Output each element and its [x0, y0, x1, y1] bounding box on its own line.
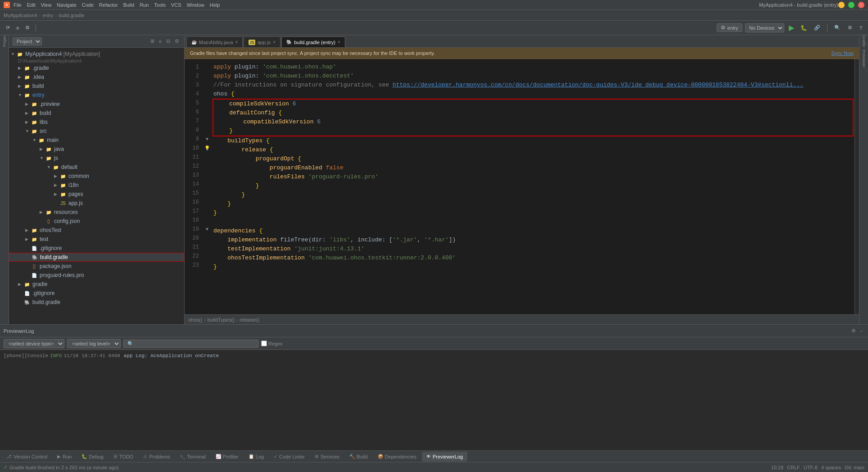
tree-gradle-folder[interactable]: ▶ 📁 gradle [9, 280, 184, 289]
tab-dependencies[interactable]: 📦 Dependencies [373, 452, 421, 462]
tab-previewer-log[interactable]: 👁 PreviewerLog [422, 452, 467, 462]
menu-help[interactable]: Help [210, 2, 220, 8]
tree-preview[interactable]: ▶ 📁 .preview [9, 100, 184, 109]
tree-gradle-root[interactable]: ▶ 📁 .gradle [9, 64, 184, 73]
log-search-input[interactable] [123, 340, 258, 348]
status-encoding[interactable]: UTF-8 [804, 465, 818, 470]
code-content[interactable]: apply plugin: 'com.huawei.ohos.hap' appl… [212, 59, 854, 314]
tab-problems[interactable]: ⚠ Problems [139, 452, 174, 462]
tab-appjs[interactable]: JS app.js × [244, 36, 280, 47]
right-strip: Gradle Previewer [859, 35, 868, 324]
tree-appjs[interactable]: ▶ JS app.js [9, 199, 184, 208]
menu-bar: File Edit View Navigate Code Refactor Bu… [14, 2, 759, 8]
right-scrollbar[interactable] [854, 59, 859, 314]
sync-now-button[interactable]: Sync Now [831, 50, 854, 56]
tab-mainability-close[interactable]: × [235, 40, 238, 45]
tree-ohostest[interactable]: ▶ 📁 ohosTest [9, 226, 184, 235]
collapse-btn[interactable]: ≡ [14, 24, 21, 32]
tab-terminal[interactable]: >_ Terminal [176, 452, 210, 462]
panel-tool-1[interactable]: ⊞ [149, 38, 156, 45]
panel-tool-3[interactable]: ⊟ [165, 38, 172, 45]
tree-build-gradle-root[interactable]: ▶ 🐘 build.gradle [9, 298, 184, 307]
code-editor[interactable]: 1 2 3 4 5 6 7 8 9 10 11 12 13 14 15 16 1… [185, 59, 859, 314]
project-icon[interactable]: Project [1, 37, 8, 44]
debug-button[interactable]: 🐛 [799, 24, 809, 32]
log-settings-btn[interactable]: ⚙ [850, 327, 857, 334]
tab-debug[interactable]: 🐛 Debug [77, 452, 108, 462]
settings-btn[interactable]: ⚙ [23, 23, 32, 32]
log-level-dropdown[interactable]: <select log level> [67, 339, 121, 348]
panel-settings[interactable]: ⚙ [173, 38, 181, 45]
settings-gear-btn[interactable]: ⚙ [845, 23, 854, 32]
panel-tool-2[interactable]: ≡ [158, 38, 163, 45]
tab-services[interactable]: ⚙ Services [310, 452, 344, 462]
tab-log[interactable]: 📋 Log [244, 452, 268, 462]
menu-file[interactable]: File [14, 2, 22, 8]
tree-js[interactable]: ▼ 📁 js [9, 154, 184, 163]
tree-default[interactable]: ▼ 📁 default [9, 163, 184, 172]
tree-java[interactable]: ▶ 📁 java [9, 145, 184, 154]
tab-appjs-close[interactable]: × [273, 40, 276, 45]
tree-gitignore-entry[interactable]: ▶ 📄 .gitignore [9, 244, 184, 253]
sync-btn[interactable]: ⟳ [4, 23, 12, 32]
status-crlf[interactable]: CRLF [787, 465, 800, 470]
menu-navigate[interactable]: Navigate [57, 2, 76, 8]
tree-test[interactable]: ▶ 📁 test [9, 235, 184, 244]
menu-build[interactable]: Build [123, 2, 134, 8]
menu-tools[interactable]: Tools [154, 2, 166, 8]
tab-buildgradle[interactable]: 🐘 build.gradle (entry) × [281, 36, 345, 47]
tab-run[interactable]: ▶ Run [53, 452, 76, 462]
previewer-strip[interactable]: Previewer [860, 55, 868, 62]
menu-run[interactable]: Run [140, 2, 149, 8]
tree-common[interactable]: ▶ 📁 common [9, 172, 184, 181]
tree-resources[interactable]: ▶ 📁 resources [9, 208, 184, 217]
tree-build-gradle-selected[interactable]: ▶ 🐘 build.gradle [9, 253, 184, 262]
tab-todo[interactable]: ☰ TODO [109, 452, 138, 462]
menu-edit[interactable]: Edit [27, 2, 36, 8]
menu-refactor[interactable]: Refactor [99, 2, 118, 8]
devices-dropdown[interactable]: No Devices [745, 23, 784, 32]
menu-view[interactable]: View [41, 2, 52, 8]
editor-area: ☕ MainAbility.java × JS app.js × 🐘 build… [185, 35, 859, 324]
maximize-button[interactable]: □ [848, 2, 854, 8]
tree-src[interactable]: ▼ 📁 src [9, 127, 184, 136]
help-btn[interactable]: ? [857, 24, 864, 32]
tab-mainability[interactable]: ☕ MainAbility.java × [186, 36, 243, 47]
status-git[interactable]: Git: main [845, 465, 864, 470]
tree-build-entry[interactable]: ▶ 📁 build [9, 109, 184, 118]
status-indent[interactable]: 4 spaces [821, 465, 841, 470]
tree-idea[interactable]: ▶ 📁 .idea [9, 73, 184, 82]
sync-message: Gradle files have changed since last pro… [190, 50, 435, 56]
tree-package-json[interactable]: ▶ {} package.json [9, 262, 184, 271]
tab-version-control[interactable]: ⎇ Version Control [2, 452, 52, 462]
tree-i18n[interactable]: ▶ 📁 i18n [9, 181, 184, 190]
tree-entry[interactable]: ▼ 📁 entry [9, 91, 184, 100]
tree-gitignore-root[interactable]: ▶ 📄 .gitignore [9, 289, 184, 298]
attach-debugger-btn[interactable]: 🔗 [812, 23, 823, 32]
tab-buildgradle-close[interactable]: × [338, 40, 340, 45]
menu-vcs[interactable]: VCS [171, 2, 181, 8]
tab-build[interactable]: 🔨 Build [345, 452, 372, 462]
tree-proguard[interactable]: ▶ 📄 proguard-rules.pro [9, 271, 184, 280]
project-view-dropdown[interactable]: Project [13, 37, 42, 45]
close-button[interactable]: × [858, 2, 864, 8]
regex-checkbox[interactable] [261, 340, 267, 346]
tree-libs[interactable]: ▶ 📁 libs [9, 118, 184, 127]
tree-build-root[interactable]: ▶ 📁 build [9, 82, 184, 91]
menu-code[interactable]: Code [82, 2, 94, 8]
tree-root[interactable]: ▼ 📁 MyApplication4 [MyApplication] [9, 50, 184, 59]
tree-main[interactable]: ▼ 📁 main [9, 136, 184, 145]
tab-code-linter[interactable]: ✓ Code Linter [269, 452, 309, 462]
menu-window[interactable]: Window [187, 2, 204, 8]
search-everywhere-btn[interactable]: 🔍 [832, 23, 843, 32]
minimize-button[interactable]: − [838, 2, 845, 8]
status-line-col[interactable]: 10:18 [771, 465, 784, 470]
tab-profiler[interactable]: 📈 Profiler [211, 452, 243, 462]
run-button[interactable]: ▶ [787, 23, 796, 33]
tree-config-json[interactable]: ▶ {} config.json [9, 217, 184, 226]
run-config-selector[interactable]: ⚙ entry [717, 23, 742, 32]
tree-pages[interactable]: ▶ 📁 pages [9, 190, 184, 199]
log-close-btn[interactable]: − [859, 327, 864, 334]
device-type-dropdown[interactable]: <select device type> [4, 339, 64, 348]
gradle-strip[interactable]: Gradle [860, 37, 868, 44]
